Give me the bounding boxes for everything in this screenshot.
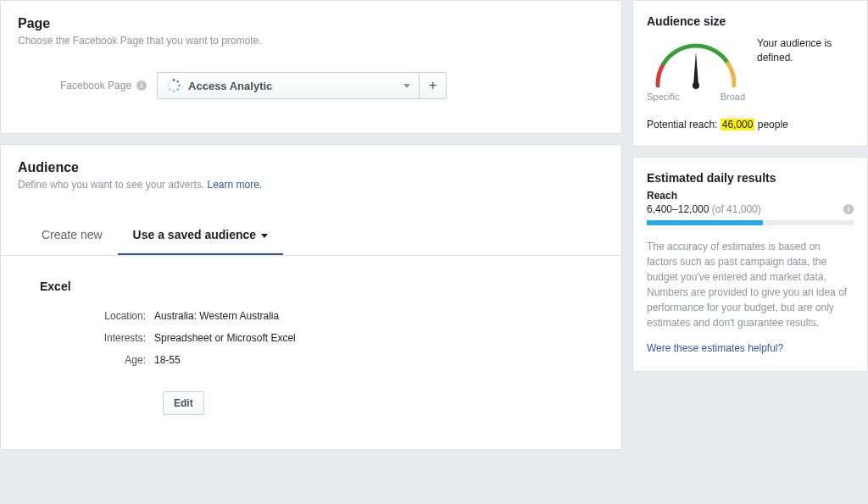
tab-create-new[interactable]: Create new bbox=[26, 216, 118, 255]
learn-more-link[interactable]: Learn more. bbox=[207, 179, 262, 191]
page-section: Page Choose the Facebook Page that you w… bbox=[0, 0, 622, 134]
gauge-specific-label: Specific bbox=[647, 91, 680, 102]
audience-defined-text: Your audience is defined. bbox=[757, 36, 854, 65]
plus-icon: + bbox=[429, 78, 437, 93]
audience-size-title: Audience size bbox=[647, 14, 854, 28]
potential-reach-value: 46,000 bbox=[721, 119, 755, 130]
svg-point-9 bbox=[693, 82, 699, 89]
edit-button[interactable]: Edit bbox=[163, 391, 204, 415]
estimated-results-card: Estimated daily results Reach 6,400–12,0… bbox=[632, 157, 868, 372]
info-icon[interactable]: i bbox=[136, 80, 147, 91]
svg-point-7 bbox=[169, 80, 171, 83]
audience-row-interests: Interests: Spreadsheet or Microsoft Exce… bbox=[40, 332, 596, 344]
svg-point-2 bbox=[178, 85, 181, 87]
audience-size-card: Audience size Specific Broad Your bbox=[632, 0, 868, 147]
audience-subtitle: Define who you want to see your adverts.… bbox=[18, 179, 604, 191]
page-subtitle: Choose the Facebook Page that you want t… bbox=[18, 35, 604, 47]
audience-title: Audience bbox=[18, 160, 604, 175]
reach-value: 6,400–12,000 bbox=[647, 203, 709, 215]
svg-point-3 bbox=[176, 88, 179, 91]
audience-row-age: Age: 18-55 bbox=[40, 354, 596, 366]
svg-point-5 bbox=[169, 88, 171, 91]
page-avatar-icon bbox=[166, 78, 181, 93]
audience-row-location: Location: Australia: Western Australia bbox=[40, 310, 596, 322]
feedback-link[interactable]: Were these estimates helpful? bbox=[647, 342, 854, 354]
svg-point-4 bbox=[173, 90, 175, 92]
add-page-button[interactable]: + bbox=[420, 72, 447, 99]
info-icon[interactable]: i bbox=[843, 204, 854, 214]
svg-point-1 bbox=[176, 80, 179, 83]
potential-reach: Potential reach: 46,000 people bbox=[647, 119, 854, 130]
gauge-icon bbox=[647, 36, 745, 92]
facebook-page-select[interactable]: Access Analytic bbox=[157, 72, 420, 99]
estimate-disclaimer: The accuracy of estimates is based on fa… bbox=[647, 239, 854, 330]
page-title: Page bbox=[18, 16, 604, 31]
estimated-title: Estimated daily results bbox=[647, 171, 854, 185]
reach-heading: Reach bbox=[647, 190, 854, 202]
chevron-down-icon bbox=[261, 234, 268, 238]
svg-point-6 bbox=[167, 85, 170, 87]
facebook-page-selected-label: Access Analytic bbox=[188, 80, 272, 92]
gauge-broad-label: Broad bbox=[721, 91, 745, 102]
svg-marker-8 bbox=[693, 52, 698, 86]
saved-audience-name: Excel bbox=[40, 280, 596, 293]
audience-section: Audience Define who you want to see your… bbox=[0, 144, 622, 450]
chevron-down-icon bbox=[403, 84, 410, 88]
svg-point-0 bbox=[173, 79, 175, 81]
facebook-page-label: Facebook Page i bbox=[60, 80, 147, 91]
reach-of: (of 41,000) bbox=[712, 203, 761, 215]
reach-progress bbox=[647, 220, 854, 225]
tab-saved-audience[interactable]: Use a saved audience bbox=[118, 216, 284, 255]
audience-tabs: Create new Use a saved audience bbox=[1, 216, 621, 256]
